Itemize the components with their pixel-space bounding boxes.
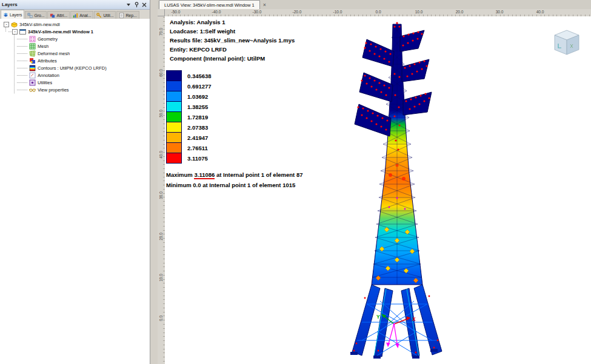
- axis-y-label: Y: [376, 314, 380, 320]
- panel-title: Layers: [2, 2, 124, 7]
- analyses-icon: [73, 13, 78, 18]
- axis-x-label: X: [412, 316, 416, 322]
- legend-value: 3.11075: [187, 155, 208, 162]
- panel-menu-button[interactable]: [125, 1, 132, 8]
- drawing-canvas[interactable]: Y X Analysis: Analysis 1 Loadcase: 1:Sel…: [165, 16, 591, 364]
- tree-item-contours[interactable]: Contours : UtilPM (KEPCO LRFD): [2, 64, 150, 71]
- tree-expander[interactable]: -: [12, 29, 18, 35]
- groups-icon: [27, 13, 33, 18]
- tree-item-label: Mesh: [38, 44, 48, 49]
- tab-utilities[interactable]: Utili...: [94, 11, 116, 19]
- tree-item-view-properties[interactable]: View properties: [2, 86, 150, 93]
- legend-row: 0.691277: [166, 81, 212, 91]
- legend-row: 0.345638: [166, 70, 212, 81]
- ruler-tick-label: -50.0: [167, 10, 185, 14]
- attributes-icon: [29, 58, 36, 64]
- panel-titlebar: Layers: [0, 0, 150, 10]
- tree-item-annotation[interactable]: Annotation: [2, 71, 150, 79]
- tree-item-attributes[interactable]: Attributes: [2, 57, 150, 64]
- pin-icon: [134, 2, 139, 7]
- tab-label: Utili...: [103, 13, 113, 18]
- legend-value: 1.72819: [187, 114, 208, 121]
- tree-item-label: 345kV-slim-new.mdl: [19, 22, 60, 27]
- tab-groups[interactable]: Gro...: [25, 11, 47, 19]
- legend-swatch: [166, 91, 182, 102]
- tab-label: Layers: [10, 13, 22, 17]
- document-close-button[interactable]: ×: [260, 1, 269, 9]
- tree-item-geometry[interactable]: Geometry: [2, 35, 150, 42]
- legend-row: 1.38255: [166, 101, 212, 112]
- legend-swatch: [166, 122, 182, 133]
- panel-pin-button[interactable]: [133, 1, 140, 8]
- ruler-tick-label: 10.0: [410, 10, 428, 14]
- legend-swatch: [166, 142, 182, 153]
- ruler-tick-label: 20.0: [159, 228, 163, 246]
- tab-label: Gro...: [34, 13, 44, 18]
- ruler-tick-label: 10.0: [159, 269, 163, 287]
- contour-legend: 0.345638 0.691277 1.03692 1.38255 1.7281…: [166, 71, 212, 164]
- legend-value: 2.41947: [187, 134, 208, 141]
- legend-row: 2.76511: [166, 142, 212, 153]
- model-tree: - 345kV-slim-new.mdl - 345kV-slim-new.md…: [0, 19, 150, 364]
- ruler-tick-label: 70.0: [159, 23, 163, 41]
- deformed-mesh-icon: [29, 50, 36, 57]
- legend-row: 2.41947: [166, 132, 212, 143]
- ruler-tick-label: -40.0: [207, 10, 225, 14]
- ruler-tick-label: 50.0: [159, 105, 163, 123]
- tab-layers[interactable]: Layers: [1, 10, 24, 19]
- utilities-icon: [29, 79, 36, 86]
- tree-item-deformed-mesh[interactable]: Deformed mesh: [2, 50, 150, 57]
- document-tab-label: LUSAS View: 345kV-slim-new.mdl Window 1: [164, 2, 255, 8]
- legend-value: 0.691277: [187, 83, 212, 90]
- wrench-icon: [96, 13, 102, 18]
- main-view: LUSAS View: 345kV-slim-new.mdl Window 1 …: [158, 0, 591, 364]
- legend-value: 2.76511: [187, 145, 208, 151]
- maximum-suffix: at Internal point 1 of element 87: [215, 171, 302, 178]
- legend-value: 1.38255: [187, 104, 208, 110]
- window-icon: [19, 28, 26, 35]
- ruler-tick-label: 30.0: [490, 10, 509, 14]
- ruler-tick-label: 40.0: [159, 146, 163, 164]
- loadcase-line: Loadcase: 1:Self weight: [170, 27, 295, 36]
- tree-item-label: Deformed mesh: [38, 51, 70, 56]
- tab-analyses[interactable]: Anal...: [70, 11, 93, 19]
- ruler-tick-label: 40.0: [531, 10, 549, 14]
- panel-close-button[interactable]: [141, 1, 148, 8]
- results-file-line: Results file: 345kV_slim_new~Analysis 1.…: [170, 36, 295, 45]
- legend-row: 2.07383: [166, 122, 212, 133]
- panel-splitter[interactable]: [150, 0, 158, 364]
- document-tab[interactable]: LUSAS View: 345kV-slim-new.mdl Window 1: [159, 0, 260, 9]
- tower-visualization[interactable]: Y X: [165, 16, 591, 364]
- legend-row: 3.11075: [166, 153, 212, 164]
- tree-item-label: Attributes: [38, 58, 57, 64]
- analysis-line: Analysis: Analysis 1: [170, 18, 295, 27]
- legend-row: 1.72819: [166, 111, 212, 122]
- tree-item-model[interactable]: - 345kV-slim-new.mdl: [2, 21, 150, 28]
- minimum-line: Minimum 0.0 at Internal point 1 of eleme…: [166, 182, 295, 188]
- legend-swatch: [166, 132, 182, 143]
- ruler-tick-label: 60.0: [159, 64, 163, 82]
- tab-label: Attri...: [56, 13, 67, 18]
- maximum-prefix: Maximum: [166, 171, 194, 178]
- ruler-corner: [158, 9, 165, 16]
- tree-item-utilities[interactable]: Utilities: [2, 79, 150, 86]
- tree-item-window[interactable]: - 345kV-slim-new.mdl Window 1: [2, 28, 150, 35]
- tree-item-label: Geometry: [38, 36, 58, 42]
- legend-swatch: [166, 101, 182, 112]
- tree-item-mesh[interactable]: Mesh: [2, 42, 150, 50]
- tab-reports[interactable]: Rep...: [116, 11, 139, 19]
- view-properties-icon: [29, 87, 36, 93]
- tree-expander[interactable]: -: [4, 22, 9, 27]
- tab-attributes[interactable]: Attri...: [47, 11, 70, 19]
- ruler-tick-label: 30.0: [159, 187, 163, 205]
- model-icon: [11, 21, 18, 28]
- close-icon: [142, 2, 147, 7]
- ruler-tick-label: -10.0: [329, 10, 347, 14]
- legend-value: 1.03692: [187, 93, 208, 100]
- ruler-tick-label: -20.0: [288, 10, 306, 14]
- legend-value: 0.345638: [187, 73, 212, 79]
- tree-item-label: Contours : UtilPM (KEPCO LRFD): [38, 65, 107, 71]
- legend-value: 2.07383: [187, 124, 208, 131]
- view-cube[interactable]: [555, 30, 579, 55]
- layers-icon: [3, 12, 8, 18]
